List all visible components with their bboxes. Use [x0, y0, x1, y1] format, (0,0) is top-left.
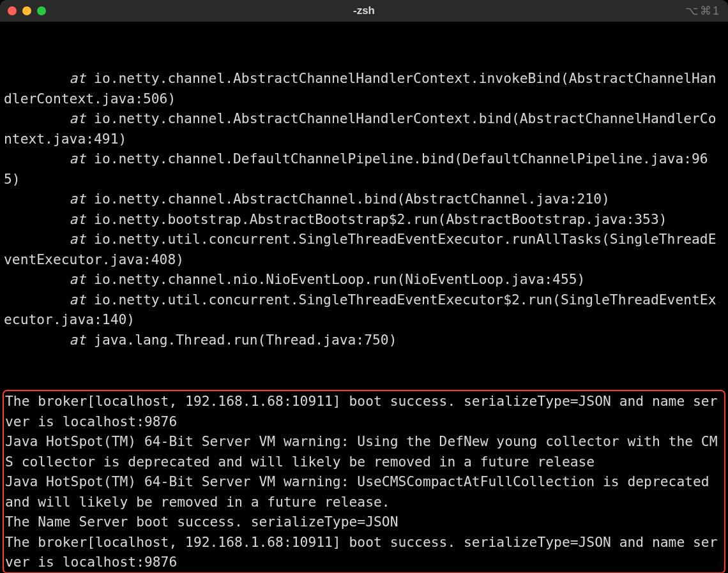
terminal-window: -zsh ⌥⌘1 at io.netty.channel.AbstractCha… [0, 0, 728, 573]
stack-line: at io.netty.channel.AbstractChannelHandl… [4, 108, 724, 149]
stack-line: at io.netty.channel.AbstractChannelHandl… [4, 68, 724, 108]
window-title: -zsh [0, 4, 728, 17]
stack-line: at io.netty.channel.DefaultChannelPipeli… [4, 149, 724, 189]
stack-line: at java.lang.Thread.run(Thread.java:750) [4, 330, 724, 350]
titlebar: -zsh ⌥⌘1 [0, 0, 728, 22]
highlighted-log: The broker[localhost, 192.168.1.68:10911… [3, 390, 725, 573]
stack-line: at io.netty.bootstrap.AbstractBootstrap$… [4, 209, 724, 230]
stack-line: at io.netty.channel.AbstractChannel.bind… [4, 189, 724, 209]
terminal-output[interactable]: at io.netty.channel.AbstractChannelHandl… [0, 22, 728, 573]
stack-line: at io.netty.channel.nio.NioEventLoop.run… [4, 269, 724, 290]
stack-trace: at io.netty.channel.AbstractChannelHandl… [4, 68, 724, 350]
stack-line: at io.netty.util.concurrent.SingleThread… [4, 229, 724, 269]
stack-line: at io.netty.util.concurrent.SingleThread… [4, 290, 724, 330]
